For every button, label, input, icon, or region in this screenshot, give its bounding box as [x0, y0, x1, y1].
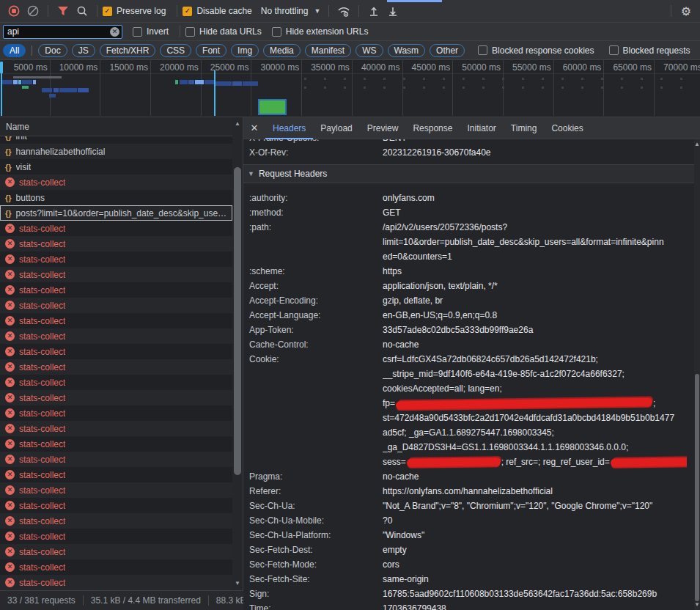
request-row[interactable]: ✕stats-collect	[0, 544, 232, 559]
request-row[interactable]: ✕stats-collect	[0, 482, 232, 498]
chevron-down-icon[interactable]: ▼	[314, 7, 320, 15]
request-row[interactable]: {}buttons	[0, 190, 232, 205]
scroll-up-icon[interactable]: ▲	[232, 120, 243, 128]
request-row[interactable]: ✕stats-collect	[0, 174, 232, 190]
tab-headers[interactable]: Headers	[265, 117, 313, 139]
filter-chip-ws[interactable]: WS	[355, 44, 383, 57]
request-row[interactable]: ✕stats-collect	[0, 421, 232, 436]
request-row[interactable]: ✕stats-collect	[0, 251, 232, 267]
filter-chip-font[interactable]: Font	[196, 44, 226, 57]
filter-chip-media[interactable]: Media	[263, 44, 301, 57]
filter-input[interactable]: api ✕	[3, 25, 122, 39]
request-row[interactable]: ✕stats-collect	[0, 390, 232, 405]
timeline-tick-label: 60000 ms	[563, 62, 602, 73]
toolbar-separator	[48, 5, 48, 17]
preserve-log-label[interactable]: Preserve log	[117, 6, 166, 16]
settings-gear-icon[interactable]: ⚙	[677, 2, 696, 20]
disable-cache-checkbox[interactable]: ✓	[183, 7, 192, 16]
filter-chip-img[interactable]: Img	[231, 44, 259, 57]
header-value: empty	[383, 543, 687, 557]
checkbox-icon[interactable]	[609, 45, 619, 55]
record-stop-icon[interactable]	[4, 2, 23, 20]
filter-icon[interactable]	[54, 2, 73, 20]
filter-chip-doc[interactable]: Doc	[38, 44, 67, 57]
request-row[interactable]: ✕stats-collect	[0, 513, 232, 529]
header-row: Sign:16785:5aad9602cf110608b03133de56364…	[243, 587, 694, 601]
tab-cookies[interactable]: Cookies	[544, 117, 590, 139]
request-row[interactable]: ✕stats-collect	[0, 405, 232, 421]
request-name: stats-collect	[19, 347, 65, 357]
request-row-selected[interactable]: {}posts?limit=10&order=publish_date_desc…	[0, 205, 232, 221]
request-row[interactable]: ✕stats-collect	[0, 529, 232, 544]
scrollbar-thumb[interactable]	[695, 374, 699, 601]
header-value-line: __stripe_mid=9df140f6-e64a-419e-85fc-a1c…	[383, 367, 687, 381]
header-value-line: sess=; ref_src=; reg_ref_user_id=	[383, 455, 687, 469]
request-row[interactable]: ✕stats-collect	[0, 267, 232, 282]
filter-input-value: api	[7, 26, 19, 37]
throttling-select[interactable]: No throttling	[261, 6, 309, 16]
details-content[interactable]: X-Frame-Options:DENYX-Of-Rev:20231226191…	[243, 139, 694, 610]
tab-preview[interactable]: Preview	[360, 117, 406, 139]
hide-extension-urls-checkbox[interactable]	[272, 27, 281, 37]
scroll-down-icon[interactable]: ▼	[694, 601, 700, 609]
clear-icon[interactable]	[23, 2, 43, 20]
filter-chip-js[interactable]: JS	[72, 44, 95, 57]
request-row[interactable]: ✕stats-collect	[0, 559, 232, 575]
request-row[interactable]: {}hannahelizabethofficial	[0, 144, 232, 159]
clear-filter-icon[interactable]: ✕	[110, 27, 119, 37]
close-icon[interactable]: ✕	[243, 122, 265, 133]
header-value: 202312261916-30670fa40e	[383, 145, 687, 160]
import-har-icon[interactable]	[364, 2, 383, 20]
request-row[interactable]: ✕stats-collect	[0, 436, 232, 452]
tab-payload[interactable]: Payload	[313, 117, 359, 139]
name-column-header[interactable]: Name	[0, 117, 243, 136]
tab-response[interactable]: Response	[405, 117, 460, 139]
filter-chip-other[interactable]: Other	[430, 44, 465, 57]
scroll-up-icon[interactable]: ▲	[694, 141, 700, 148]
header-value: /api2/v2/users/20572336/posts?limit=10&o…	[383, 220, 687, 264]
request-row[interactable]: ✕stats-collect	[0, 359, 232, 375]
network-conditions-icon[interactable]	[334, 2, 353, 20]
request-row[interactable]: {}visit	[0, 159, 232, 174]
request-row[interactable]: ✕stats-collect	[0, 575, 232, 590]
filter-chip-fetch-xhr[interactable]: Fetch/XHR	[100, 44, 156, 57]
disable-cache-label[interactable]: Disable cache	[196, 6, 251, 16]
request-row[interactable]: ✕stats-collect	[0, 236, 232, 251]
request-row[interactable]: ✕stats-collect	[0, 452, 232, 467]
timeline-segment: 35000 ms	[302, 60, 353, 116]
filter-chip-all[interactable]: All	[3, 44, 26, 57]
request-row[interactable]: ✕stats-collect	[0, 313, 232, 328]
tab-timing[interactable]: Timing	[504, 117, 545, 139]
request-list-scrollbar[interactable]: ▲ ▼	[232, 117, 243, 590]
request-row[interactable]: ✕stats-collect	[0, 298, 232, 313]
invert-checkbox[interactable]	[133, 27, 142, 37]
scrollbar-thumb[interactable]	[234, 167, 241, 475]
request-row[interactable]: ✕stats-collect	[0, 498, 232, 513]
request-row[interactable]: ✕stats-collect	[0, 282, 232, 298]
filter-chip-css[interactable]: CSS	[160, 44, 191, 57]
filter-chip-wasm[interactable]: Wasm	[388, 44, 426, 57]
request-row[interactable]: {}init	[0, 136, 232, 144]
request-name: stats-collect	[19, 177, 65, 188]
checkbox-group-blocked-requests[interactable]: Blocked requests	[609, 45, 696, 56]
preserve-log-checkbox[interactable]: ✓	[103, 7, 112, 16]
timeline-overview[interactable]: 5000 ms10000 ms15000 ms20000 ms25000 ms3…	[0, 60, 700, 117]
checkbox-group-blocked-response-cookies[interactable]: Blocked response cookies	[478, 45, 600, 56]
request-row[interactable]: ✕stats-collect	[0, 221, 232, 236]
filter-chip-manifest[interactable]: Manifest	[305, 44, 351, 57]
hide-data-urls-label[interactable]: Hide data URLs	[199, 26, 262, 37]
scroll-down-icon[interactable]: ▼	[232, 580, 243, 587]
tab-initiator[interactable]: Initiator	[460, 117, 503, 139]
search-icon[interactable]	[73, 2, 92, 20]
request-row[interactable]: ✕stats-collect	[0, 328, 232, 344]
request-row[interactable]: ✕stats-collect	[0, 344, 232, 359]
invert-label[interactable]: Invert	[147, 26, 169, 37]
hide-extension-urls-label[interactable]: Hide extension URLs	[286, 26, 369, 37]
details-scrollbar[interactable]: ▲ ▼	[694, 139, 700, 610]
request-headers-section-header[interactable]: ▼ Request Headers	[243, 165, 694, 183]
request-row[interactable]: ✕stats-collect	[0, 467, 232, 482]
hide-data-urls-checkbox[interactable]	[185, 27, 195, 37]
checkbox-icon[interactable]	[478, 45, 487, 55]
export-har-icon[interactable]	[383, 2, 402, 20]
request-row[interactable]: ✕stats-collect	[0, 375, 232, 390]
